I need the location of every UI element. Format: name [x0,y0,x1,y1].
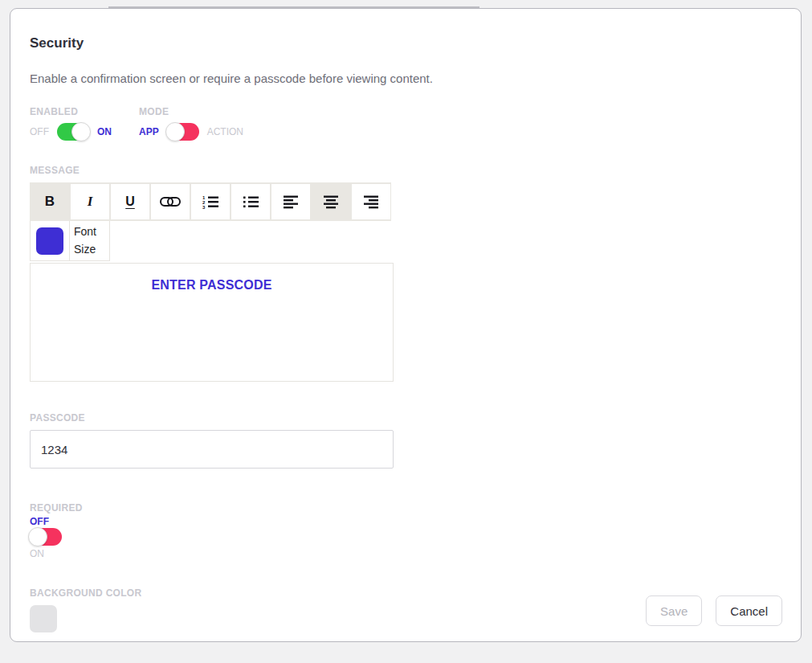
align-left-icon [284,195,298,209]
ordered-list-button[interactable]: 1 2 3 [191,184,230,219]
security-settings-panel: Security Enable a confirmation screen or… [10,8,802,642]
mode-toggle[interactable] [167,123,199,141]
enabled-controls: OFF ON [30,123,112,141]
enabled-label: ENABLED [30,106,112,117]
mode-action-label: ACTION [207,126,243,137]
required-on-label: ON [30,548,44,559]
italic-button[interactable]: I [71,184,109,219]
align-right-icon [364,195,378,209]
underline-button[interactable]: U [111,184,149,219]
unordered-list-button[interactable] [231,184,270,219]
align-right-button[interactable] [352,184,390,219]
save-button[interactable]: Save [646,595,702,626]
toggle-knob [71,122,91,141]
text-color-swatch [36,227,63,255]
message-editor[interactable]: ENTER PASSCODE [30,263,394,382]
bold-icon: B [45,194,55,210]
page-title: Security [30,35,781,51]
enabled-field-group: ENABLED OFF ON [30,106,112,141]
passcode-field-group: PASSCODE [30,412,781,469]
align-left-button[interactable] [271,184,310,219]
bold-button[interactable]: B [31,184,69,219]
editor-toolbar-row2: Font Size [30,221,781,261]
enabled-mode-row: ENABLED OFF ON MODE APP ACTION [30,106,781,141]
underline-icon: U [125,194,135,209]
toggle-knob [28,527,47,546]
required-field-group: REQUIRED OFF ON [30,502,781,560]
passcode-label: PASSCODE [30,412,781,424]
page-description: Enable a confirmation screen or require … [30,72,781,85]
message-field-group: MESSAGE B I U [30,165,781,382]
enabled-on-label: ON [97,126,112,137]
passcode-input[interactable] [30,430,394,469]
enabled-toggle[interactable] [57,123,89,141]
background-color-swatch[interactable] [30,605,57,632]
svg-text:3: 3 [202,205,206,209]
cancel-button[interactable]: Cancel [716,595,782,626]
required-toggle[interactable] [30,528,62,546]
italic-icon: I [88,194,93,210]
mode-label: MODE [139,106,243,117]
enabled-off-label: OFF [30,126,49,137]
align-center-icon [324,195,338,209]
required-off-label: OFF [30,516,49,527]
ordered-list-icon: 1 2 3 [202,195,218,209]
message-label: MESSAGE [30,165,781,176]
mode-field-group: MODE APP ACTION [139,106,243,141]
align-center-button[interactable] [312,184,350,219]
font-size-button[interactable]: Font Size [70,221,110,261]
link-icon [160,196,181,207]
text-color-button[interactable] [30,221,70,261]
required-controls: OFF ON [30,514,781,560]
footer-actions: Save Cancel [646,595,782,626]
mode-app-label: APP [139,126,159,137]
message-editor-text: ENTER PASSCODE [151,278,271,292]
link-button[interactable] [151,184,190,219]
editor-toolbar: B I U 1 2 [30,182,391,221]
unordered-list-icon [243,195,259,209]
mode-controls: APP ACTION [139,123,243,141]
required-label: REQUIRED [30,502,781,514]
toggle-knob [165,122,185,141]
